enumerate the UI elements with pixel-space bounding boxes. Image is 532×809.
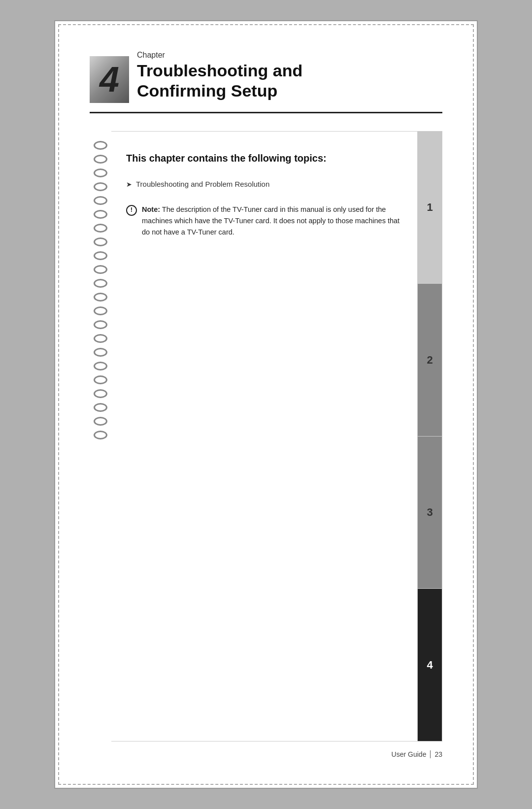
spiral-ring: [94, 210, 107, 219]
spiral-ring: [94, 389, 107, 398]
spiral-ring: [94, 431, 107, 439]
topic-text: Troubleshooting and Problem Resolution: [136, 180, 269, 188]
tab-1[interactable]: 1: [418, 132, 442, 284]
tab-strip: 1 2 3 4: [418, 131, 442, 742]
spiral-ring: [94, 362, 107, 371]
chapter-label: Chapter: [137, 51, 302, 60]
tab-number-3: 3: [427, 506, 432, 519]
page: 4 Chapter Troubleshooting and Confirming…: [54, 20, 478, 789]
arrow-icon: ➤: [126, 180, 132, 188]
notebook-paper: This chapter contains the following topi…: [111, 131, 418, 742]
footer-page-number: 23: [434, 750, 442, 758]
spiral-ring: [94, 251, 107, 260]
spiral-ring: [94, 141, 107, 150]
spiral-ring: [94, 265, 107, 274]
tab-3[interactable]: 3: [418, 437, 442, 589]
note-label: Note:: [142, 205, 160, 213]
note-box: ! Note: The description of the TV-Tuner …: [126, 204, 402, 238]
spiral-ring: [94, 155, 107, 164]
tab-4[interactable]: 4: [418, 589, 442, 741]
spiral-ring: [94, 375, 107, 384]
footer-separator: [430, 750, 431, 758]
notebook-heading: This chapter contains the following topi…: [126, 151, 402, 165]
tab-number-1: 1: [427, 201, 432, 214]
note-content: The description of the TV-Tuner card in …: [142, 205, 399, 236]
chapter-number-box: 4: [90, 56, 129, 103]
spiral-ring: [94, 334, 107, 343]
spiral-ring: [94, 237, 107, 246]
note-text: Note: The description of the TV-Tuner ca…: [142, 204, 402, 238]
tab-number-2: 2: [427, 354, 432, 367]
list-item: ➤ Troubleshooting and Problem Resolution: [126, 180, 402, 188]
chapter-number: 4: [100, 62, 119, 97]
note-icon: !: [126, 205, 137, 216]
topics-list: ➤ Troubleshooting and Problem Resolution: [126, 180, 402, 192]
spiral-ring: [94, 417, 107, 426]
chapter-divider: [90, 112, 442, 113]
spiral-ring: [94, 293, 107, 302]
tab-2[interactable]: 2: [418, 284, 442, 437]
tab-number-4: 4: [427, 659, 432, 672]
spiral-ring: [94, 224, 107, 233]
chapter-title-area: Chapter Troubleshooting and Confirming S…: [137, 51, 302, 103]
footer-guide-label: User Guide: [392, 750, 427, 758]
chapter-title: Troubleshooting and Confirming Setup: [137, 61, 302, 101]
spiral-ring: [94, 403, 107, 412]
spiral-ring: [94, 348, 107, 357]
spiral-ring: [94, 279, 107, 288]
chapter-header: 4 Chapter Troubleshooting and Confirming…: [90, 51, 442, 103]
notebook-container: This chapter contains the following topi…: [90, 131, 442, 742]
spiral-ring: [94, 169, 107, 177]
spiral-ring: [94, 306, 107, 315]
spiral-ring: [94, 196, 107, 205]
page-footer: User Guide 23: [90, 742, 442, 758]
spiral-ring: [94, 320, 107, 329]
spiral-ring: [94, 182, 107, 191]
spiral-binding: [90, 131, 111, 742]
